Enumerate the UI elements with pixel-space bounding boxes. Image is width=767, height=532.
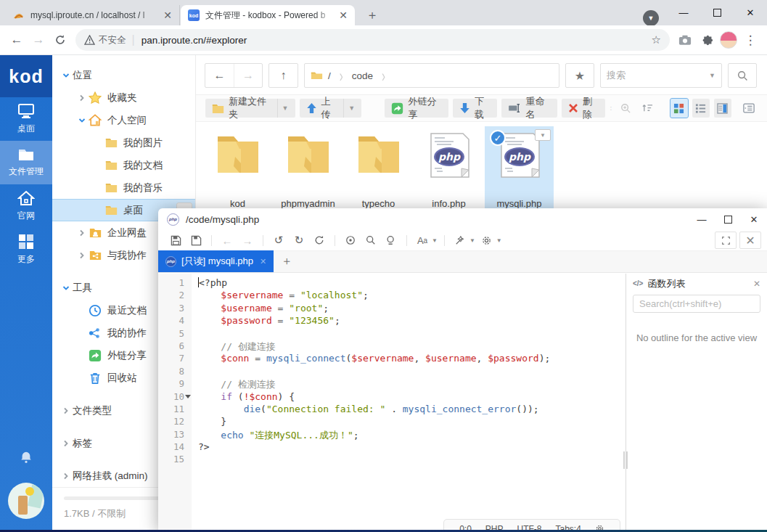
browser-tab-kodbox[interactable]: kod 文件管理 - kodbox - Powered b ✕	[181, 5, 355, 25]
tab-search-icon[interactable]: ▼	[643, 10, 659, 26]
rail-item-更多[interactable]: 更多	[0, 228, 52, 271]
editor-maximize-button[interactable]	[715, 208, 741, 230]
view-column-button[interactable]	[714, 99, 731, 118]
line-number[interactable]: 15	[158, 454, 192, 466]
up-folder-icon[interactable]: ↑	[269, 64, 298, 87]
外链分享-button[interactable]: 外链分享	[385, 99, 448, 118]
code-editor-pane[interactable]: <?php $servername = "localhost"; $userna…	[192, 274, 626, 531]
redo-icon[interactable]: ↻	[290, 232, 308, 249]
line-number[interactable]: 9	[158, 378, 192, 390]
chevron-down-icon[interactable]: ▼	[469, 237, 475, 244]
editor-panel-close-icon[interactable]: ✕	[739, 232, 761, 249]
profile-avatar[interactable]	[718, 29, 739, 51]
browser-close-button[interactable]: ✕	[734, 0, 767, 25]
address-bar[interactable]: 不安全 | pan.iproute.cn/#explorer ☆	[75, 29, 670, 51]
tab-close-icon[interactable]: ✕	[260, 257, 266, 266]
kod-logo[interactable]: kod	[0, 55, 52, 97]
browser-menu-icon[interactable]: ⋮	[739, 29, 761, 51]
history-back-icon[interactable]: ←	[205, 64, 234, 87]
上传-button[interactable]: 上传▼	[300, 99, 362, 118]
file-typecho[interactable]: typecho	[344, 126, 413, 213]
file-kod[interactable]: kod	[203, 126, 272, 213]
tree-item-位置[interactable]: 位置	[52, 64, 195, 86]
tree-item-收藏夹[interactable]: 收藏夹	[52, 86, 195, 109]
save-icon[interactable]	[167, 232, 184, 249]
editor-new-tab-button[interactable]: ＋	[274, 250, 300, 272]
favorite-star-icon[interactable]: ★	[565, 63, 594, 88]
user-avatar[interactable]	[8, 483, 44, 519]
line-number[interactable]: 12	[158, 416, 192, 428]
tree-item-我的文档[interactable]: 我的文档	[52, 154, 195, 176]
新建文件夹-button[interactable]: 新建文件夹▼	[205, 99, 295, 118]
重命名-button[interactable]: 重命名	[501, 99, 557, 118]
font-size-icon[interactable]: Aa	[414, 232, 431, 249]
editor-status-bar[interactable]: 0:0PHPUTF-8Tabs:4	[443, 519, 620, 531]
tools-wand-icon[interactable]	[451, 232, 469, 249]
rail-item-桌面[interactable]: 桌面	[0, 97, 52, 141]
breadcrumb-root[interactable]: /	[328, 70, 331, 81]
sort-icon[interactable]	[639, 99, 656, 118]
editor-title-bar[interactable]: php /code/mysqli.php — ✕	[158, 208, 767, 230]
chevron-down-icon[interactable]	[62, 285, 73, 292]
undo-icon[interactable]: ↺	[270, 232, 287, 249]
search-button[interactable]	[728, 63, 757, 88]
forward-icon[interactable]: →	[28, 29, 49, 51]
editor-minimize-button[interactable]: —	[689, 208, 715, 230]
view-grid-button[interactable]	[670, 99, 688, 118]
outline-search-input[interactable]	[633, 295, 760, 313]
tree-item-个人空间[interactable]: 个人空间	[52, 109, 195, 131]
history-forward-icon[interactable]: →	[234, 64, 262, 87]
rail-item-文件管理[interactable]: 文件管理	[0, 141, 52, 184]
chevron-down-icon[interactable]	[62, 72, 73, 79]
chevron-down-icon[interactable]: ▼	[432, 237, 438, 244]
url-text[interactable]: pan.iproute.cn/#explorer	[141, 35, 652, 46]
outline-close-icon[interactable]: ✕	[753, 279, 760, 289]
browser-maximize-button[interactable]	[700, 0, 734, 25]
search-input[interactable]: 搜索 ▼	[600, 63, 722, 88]
chevron-right-icon[interactable]	[62, 407, 73, 414]
new-tab-button[interactable]: ＋	[363, 6, 382, 25]
bookmark-star-icon[interactable]: ☆	[652, 33, 661, 46]
browser-minimize-button[interactable]: —	[667, 0, 700, 25]
chevron-down-icon[interactable]: ▼	[343, 99, 355, 118]
chevron-down-icon[interactable]	[78, 117, 89, 124]
detail-panel-toggle-icon[interactable]	[740, 99, 758, 118]
tree-item-我的图片[interactable]: 我的图片	[52, 131, 195, 154]
replace-icon[interactable]	[382, 232, 400, 249]
line-number[interactable]: 7	[158, 353, 192, 365]
line-number[interactable]: 14	[158, 441, 192, 454]
file-menu-caret[interactable]: ▼	[535, 129, 551, 141]
editor-tab-active[interactable]: php [只读] mysqli.php ✕	[158, 250, 274, 272]
chevron-down-icon[interactable]: ▼	[277, 99, 289, 118]
file-info.php[interactable]: phpinfo.php	[414, 126, 483, 213]
chevron-right-icon[interactable]	[62, 440, 73, 447]
rail-item-官网[interactable]: 官网	[0, 184, 52, 228]
refresh-icon[interactable]	[311, 232, 328, 249]
chevron-right-icon[interactable]	[78, 252, 89, 259]
chevron-right-icon[interactable]	[62, 472, 73, 480]
fold-arrow-icon[interactable]	[185, 395, 191, 398]
editor-close-button[interactable]: ✕	[741, 208, 767, 230]
下载-button[interactable]: 下载	[453, 99, 498, 118]
goto-line-icon[interactable]	[342, 232, 359, 249]
chevron-down-icon[interactable]: ▼	[709, 72, 715, 79]
extensions-puzzle-icon[interactable]	[696, 29, 718, 51]
editor-fullscreen-icon[interactable]	[715, 232, 737, 249]
panel-resize-handle[interactable]	[623, 451, 628, 469]
line-number[interactable]: 2	[158, 290, 192, 302]
line-number[interactable]: 13	[158, 429, 192, 441]
line-number[interactable]: 3	[158, 303, 192, 315]
reload-icon[interactable]	[49, 29, 71, 51]
view-list-button[interactable]	[692, 99, 710, 118]
line-number[interactable]: 10	[158, 391, 192, 404]
line-number[interactable]: 5	[158, 328, 192, 340]
tree-item-我的音乐[interactable]: 我的音乐	[52, 176, 195, 199]
line-number[interactable]: 8	[158, 366, 192, 378]
breadcrumb-folder[interactable]: code	[352, 70, 373, 81]
notification-bell-icon[interactable]	[0, 451, 52, 464]
screenshot-extension-icon[interactable]	[674, 29, 696, 51]
line-number[interactable]: 6	[158, 340, 192, 353]
nav-forward-icon[interactable]: →	[239, 232, 256, 249]
save-as-icon[interactable]	[187, 232, 205, 249]
file-phpmyadmin[interactable]: phpmyadmin	[274, 126, 343, 213]
